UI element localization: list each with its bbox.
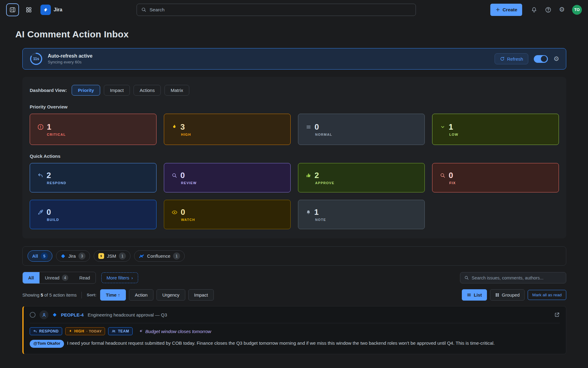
global-search[interactable]	[137, 4, 416, 16]
more-filters-button[interactable]: More filters ›	[101, 272, 138, 283]
respond-count: 2	[47, 171, 51, 180]
list-toolbar: Showing 5 of 5 action items Sort: Time ↑…	[22, 289, 566, 301]
stat-card-approve[interactable]: 2 APPROVE	[298, 163, 425, 192]
tab-matrix[interactable]: Matrix	[164, 85, 189, 96]
auto-refresh-toggle[interactable]	[534, 55, 548, 63]
high-label: HIGH	[181, 133, 283, 136]
stat-card-critical[interactable]: 1 CRITICAL	[30, 114, 156, 145]
source-jsm-label: JSM	[107, 253, 116, 259]
auto-refresh-banner: 11s Auto-refresh active Syncing every 60…	[22, 48, 566, 70]
search-icon	[464, 275, 469, 280]
low-count: 1	[449, 122, 453, 132]
stat-card-review[interactable]: 0 REVIEW	[164, 163, 291, 192]
view-grouped-button[interactable]: Grouped	[490, 289, 525, 301]
critical-count: 1	[47, 122, 51, 132]
stat-card-respond[interactable]: 2 RESPOND	[30, 163, 156, 192]
menu-lines-icon	[306, 124, 311, 130]
badge-row: RESPOND HIGH · TODAY TEAM	[30, 327, 560, 335]
action-item-header: PEOPLE-4 Engineering headcount approval …	[30, 310, 560, 319]
unread-count-badge: 4	[62, 275, 68, 281]
read-filter-segmented: All Unread 4 Read	[22, 272, 96, 284]
dashboard-panel: Dashboard View: Priority Impact Actions …	[22, 77, 566, 238]
source-all-count: 5	[41, 252, 48, 260]
low-label: LOW	[449, 133, 551, 136]
topbar-actions: ⚙ TO	[531, 5, 582, 15]
action-item-card[interactable]: PEOPLE-4 Engineering headcount approval …	[22, 306, 566, 354]
list-search[interactable]	[460, 272, 566, 283]
source-filter-all[interactable]: All 5	[28, 250, 52, 262]
read-filter-all[interactable]: All	[23, 272, 40, 283]
build-label: BUILD	[47, 218, 149, 222]
stat-card-high[interactable]: 3 HIGH	[164, 114, 291, 145]
refresh-timer: 11s	[29, 52, 43, 66]
unread-radio[interactable]	[30, 312, 36, 318]
open-external-button[interactable]	[554, 312, 560, 318]
stat-card-normal[interactable]: 0 NORMAL	[298, 114, 425, 145]
list-icon	[467, 293, 471, 297]
fix-label: FIX	[449, 181, 551, 185]
gear-icon: ⚙	[553, 56, 559, 62]
brand[interactable]: Jira	[40, 5, 62, 15]
flame-icon	[69, 329, 72, 333]
stat-card-note[interactable]: 1 NOTE	[298, 200, 425, 229]
magnifier-icon	[440, 173, 446, 178]
comment-text: @Tom OkaforI need your formal headcount …	[30, 340, 560, 348]
source-filter-confluence[interactable]: Confluence 1	[134, 250, 185, 262]
help-button[interactable]	[545, 6, 552, 13]
tab-priority[interactable]: Priority	[72, 85, 100, 96]
refresh-button[interactable]: Refresh	[495, 53, 529, 64]
create-button[interactable]: Create	[490, 4, 522, 16]
sort-action-button[interactable]: Action	[129, 289, 153, 301]
external-link-icon	[554, 312, 560, 318]
source-filter-jsm[interactable]: JSM 1	[94, 250, 130, 262]
quick-actions-heading: Quick Actions	[30, 154, 559, 159]
source-jira-count: 3	[78, 252, 85, 260]
stat-card-fix[interactable]: 0 FIX	[432, 163, 559, 192]
auto-refresh-title: Auto-refresh active	[48, 53, 92, 59]
source-filter-jira[interactable]: Jira 3	[56, 250, 90, 262]
issue-key-link[interactable]: PEOPLE-4	[61, 312, 84, 317]
profile-button[interactable]: TO	[572, 5, 582, 15]
showing-count-value: 5	[41, 293, 43, 298]
sparkle-icon	[139, 329, 143, 333]
notifications-button[interactable]	[531, 6, 537, 13]
global-search-input[interactable]	[149, 7, 411, 13]
sort-urgency-button[interactable]: Urgency	[156, 289, 185, 301]
dashboard-view-switcher: Dashboard View: Priority Impact Actions …	[30, 85, 559, 96]
source-confluence-count: 1	[173, 252, 180, 260]
app-switcher-button[interactable]	[23, 4, 34, 15]
source-jsm-count: 1	[119, 252, 126, 260]
view-list-button[interactable]: List	[462, 289, 487, 301]
auto-refresh-controls: Refresh ⚙	[495, 53, 559, 64]
apps-grid-icon	[25, 6, 32, 13]
author-mention[interactable]: @Tom Okafor	[30, 340, 64, 348]
jira-issue-icon	[52, 313, 57, 317]
read-filter-unread[interactable]: Unread 4	[40, 272, 74, 283]
sort-label: Sort:	[87, 293, 96, 297]
bell-icon	[306, 210, 311, 215]
source-all-label: All	[32, 253, 38, 259]
stat-card-low[interactable]: 1 LOW	[432, 114, 559, 145]
stat-card-watch[interactable]: 0 WATCH	[164, 200, 291, 229]
build-count: 0	[47, 207, 51, 217]
sort-time-button[interactable]: Time ↑	[100, 289, 126, 301]
mark-all-read-button[interactable]: Mark all as read	[528, 290, 566, 300]
sidebar-toggle-button[interactable]	[6, 3, 19, 16]
priority-overview-heading: Priority Overview	[30, 104, 559, 109]
review-label: REVIEW	[181, 181, 283, 185]
tab-actions[interactable]: Actions	[134, 85, 161, 96]
stat-card-build[interactable]: 0 BUILD	[30, 200, 156, 229]
question-circle-icon	[545, 6, 552, 13]
source-jira-label: Jira	[68, 253, 76, 259]
list-search-input[interactable]	[472, 275, 562, 280]
sort-impact-button[interactable]: Impact	[188, 289, 214, 301]
scope-badge-team: TEAM	[108, 327, 132, 335]
refresh-settings-button[interactable]: ⚙	[553, 56, 559, 62]
app-name: Jira	[54, 7, 62, 13]
read-filter-read[interactable]: Read	[74, 272, 96, 283]
tab-impact[interactable]: Impact	[104, 85, 130, 96]
why-line: Budget window closes tomorrow	[139, 329, 211, 334]
settings-button[interactable]: ⚙	[559, 6, 565, 13]
magnifier-icon	[172, 173, 177, 178]
jira-icon	[61, 254, 66, 259]
